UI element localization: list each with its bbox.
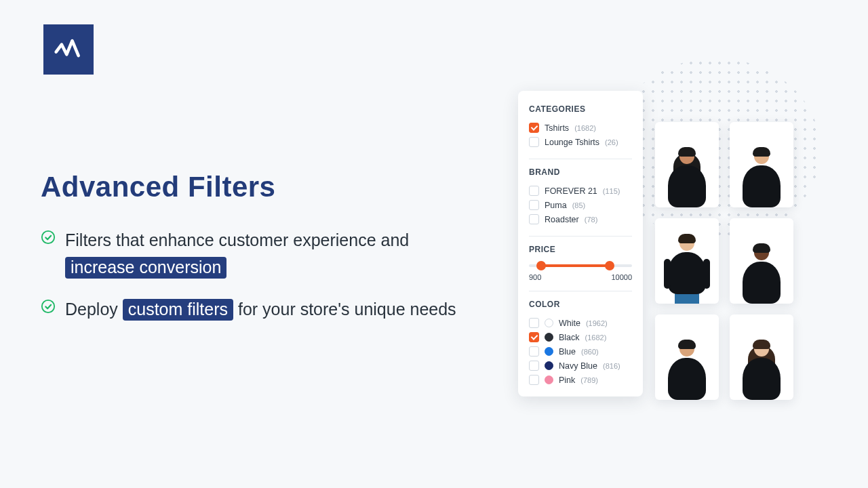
filter-option-label: White — [559, 319, 580, 328]
filter-option[interactable]: Blue(860) — [529, 344, 632, 359]
filter-option-label: Blue — [559, 347, 576, 357]
color-swatch — [545, 375, 553, 384]
checkbox[interactable] — [529, 186, 539, 196]
filter-option-count: (789) — [580, 376, 598, 384]
product-card[interactable] — [730, 314, 793, 400]
filter-group-title: BRAND — [529, 167, 632, 177]
hero-bullet: Filters that enhance customer experience… — [41, 226, 475, 281]
filter-option-count: (115) — [603, 187, 620, 195]
color-swatch — [545, 347, 553, 356]
check-circle-icon — [41, 230, 56, 245]
filter-option[interactable]: Puma(85) — [529, 198, 632, 212]
checkbox[interactable] — [529, 332, 539, 342]
color-swatch — [545, 333, 553, 342]
product-image — [739, 245, 784, 304]
hero-section: Advanced Filters Filters that enhance cu… — [41, 171, 475, 338]
product-image — [739, 149, 784, 207]
filter-option-label: Puma — [545, 201, 567, 210]
divider — [529, 159, 632, 159]
filter-group-title: CATEGORIES — [529, 104, 632, 114]
product-card[interactable] — [655, 218, 719, 304]
checkbox[interactable] — [529, 346, 539, 357]
filter-option-label: Black — [559, 333, 580, 342]
color-swatch — [545, 361, 553, 370]
filter-option-label: Tshirts — [545, 123, 569, 133]
filter-panel: CATEGORIES Tshirts(1682)Lounge Tshirts(2… — [518, 91, 643, 396]
bullet-text: Deploy custom filters for your store's u… — [65, 296, 456, 323]
brand-logo — [43, 24, 94, 75]
svg-point-1 — [42, 300, 54, 312]
filter-option[interactable]: Navy Blue(816) — [529, 359, 632, 373]
bullet-text: Filters that enhance customer experience… — [65, 226, 475, 281]
filter-option-count: (816) — [603, 362, 620, 370]
divider — [529, 291, 632, 291]
price-max-label: 10000 — [611, 273, 632, 281]
highlight-text: custom filters — [123, 299, 233, 321]
filter-option-count: (1682) — [574, 124, 596, 132]
filter-option-count: (26) — [605, 138, 618, 146]
price-slider-max-thumb[interactable] — [605, 261, 614, 270]
filter-option-label: Navy Blue — [559, 361, 597, 371]
price-min-label: 900 — [529, 273, 541, 281]
filter-group-title: PRICE — [529, 245, 632, 254]
filter-option-label: Lounge Tshirts — [545, 138, 599, 147]
checkbox[interactable] — [529, 200, 539, 210]
product-image — [665, 342, 709, 400]
filter-option-count: (78) — [585, 216, 598, 224]
product-image — [665, 236, 709, 304]
hero-bullet: Deploy custom filters for your store's u… — [41, 296, 475, 323]
product-card[interactable] — [730, 122, 793, 207]
filter-option-count: (1682) — [585, 333, 607, 342]
color-swatch — [545, 319, 553, 327]
checkbox[interactable] — [529, 361, 539, 371]
filter-option-count: (1962) — [586, 319, 608, 327]
checkbox[interactable] — [529, 375, 539, 385]
filter-group-title: COLOR — [529, 300, 632, 309]
filter-option[interactable]: Roadster(78) — [529, 212, 632, 226]
filter-option-label: FOREVER 21 — [545, 186, 597, 196]
svg-point-0 — [42, 231, 54, 243]
product-card[interactable] — [730, 218, 793, 304]
filter-option-count: (85) — [572, 201, 586, 209]
logo-icon — [54, 37, 83, 62]
product-image — [739, 342, 784, 400]
filter-option-count: (860) — [581, 348, 599, 356]
filter-option[interactable]: White(1962) — [529, 316, 632, 330]
filter-option-label: Pink — [559, 375, 575, 385]
checkbox[interactable] — [529, 214, 539, 224]
filter-group-price: PRICE 900 10000 — [529, 245, 632, 281]
checkbox[interactable] — [529, 123, 539, 133]
filter-option[interactable]: FOREVER 21(115) — [529, 184, 632, 198]
product-card[interactable] — [655, 314, 719, 400]
filter-option-label: Roadster — [545, 215, 579, 224]
filter-group-brand: BRAND FOREVER 21(115)Puma(85)Roadster(78… — [529, 167, 632, 226]
filter-group-categories: CATEGORIES Tshirts(1682)Lounge Tshirts(2… — [529, 104, 632, 149]
filter-group-color: COLOR White(1962)Black(1682)Blue(860)Nav… — [529, 300, 632, 387]
filter-option[interactable]: Black(1682) — [529, 330, 632, 344]
check-circle-icon — [41, 299, 56, 314]
highlight-text: increase conversion — [65, 257, 226, 279]
checkbox[interactable] — [529, 137, 539, 147]
filter-option[interactable]: Lounge Tshirts(26) — [529, 135, 632, 149]
product-card[interactable] — [655, 122, 719, 207]
page-title: Advanced Filters — [41, 171, 475, 203]
product-grid — [655, 122, 793, 400]
price-slider[interactable] — [529, 261, 632, 270]
filter-option[interactable]: Tshirts(1682) — [529, 121, 632, 135]
divider — [529, 236, 632, 237]
filter-option[interactable]: Pink(789) — [529, 373, 632, 387]
price-slider-min-thumb[interactable] — [536, 261, 546, 270]
checkbox[interactable] — [529, 318, 539, 328]
product-image — [665, 149, 709, 207]
